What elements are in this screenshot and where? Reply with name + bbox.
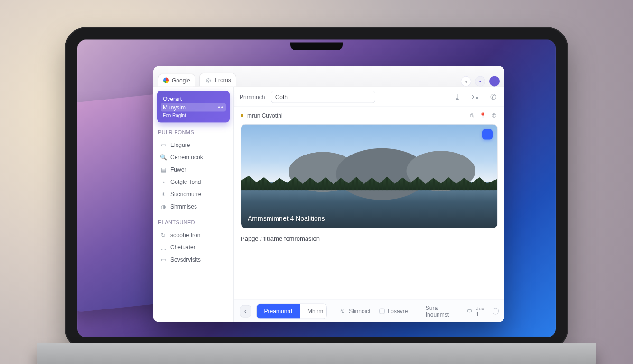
- sidebar-item-label: Fuwer: [170, 166, 186, 173]
- sidebar-item-label: Chetuater: [170, 244, 195, 251]
- footer-item-label: Slinnoict: [349, 308, 370, 314]
- sidebar-item-side-a-2[interactable]: ▤Fuwer: [157, 164, 230, 176]
- sidebar-item-icon: ☀: [160, 191, 167, 198]
- tab-google[interactable]: Google: [158, 74, 195, 87]
- laptop-frame: Google ◎ Froms × • ⋯ Primninch: [65, 27, 568, 350]
- page-title: Papge / fltrame fomromasion: [241, 235, 498, 242]
- sidebar-item-label: Sucriomurre: [170, 191, 201, 198]
- footer-right-0[interactable]: 🗨Juv 1: [466, 305, 488, 317]
- checkbox-icon: [379, 308, 385, 314]
- content-subheader-label: mrun Cuvottnl: [247, 112, 283, 119]
- footer-item-label: Losavre: [388, 308, 408, 314]
- globe-icon: ◎: [205, 76, 212, 84]
- sidebar-item-side-b-2[interactable]: ▭Sovsdrvisits: [157, 254, 230, 266]
- sidebar-item-label: Sovsdrvisits: [170, 256, 201, 263]
- footer-tab-0[interactable]: Preamunrd: [257, 304, 300, 318]
- key-icon: 🗝: [471, 93, 479, 100]
- window-close-button[interactable]: ×: [461, 76, 471, 87]
- sidebar-item-side-a-0[interactable]: ▭Elogure: [157, 139, 230, 151]
- tab-forms[interactable]: ◎ Froms: [199, 73, 236, 87]
- footer-right-label: Juv 1: [476, 305, 488, 317]
- tab-label: Google: [172, 77, 190, 84]
- app-window: Google ◎ Froms × • ⋯ Primninch: [153, 66, 504, 322]
- footer-tabs: PreamunrdMhirm: [256, 303, 327, 318]
- footer-item-label: Sura Inounmst: [426, 304, 456, 318]
- bookmark-icon[interactable]: ⎙: [467, 112, 475, 119]
- footer-back-button[interactable]: ‹: [240, 305, 251, 317]
- sidebar-item-side-a-5[interactable]: ◑Shmmises: [157, 200, 230, 213]
- footer-item-2[interactable]: ≣Sura Inounmst: [416, 304, 456, 318]
- hero-caption: Ammsmimnet 4 Noalitions: [248, 215, 325, 222]
- sidebar-item-icon: ▭: [160, 142, 167, 148]
- sidebar-item-label: Cerrem ocok: [170, 154, 203, 161]
- hero-image: Ammsmimnet 4 Noalitions: [241, 124, 498, 228]
- comment-icon: 🗨: [466, 307, 473, 315]
- sidebar-item-icon: ▭: [160, 256, 167, 263]
- main-content: mrun Cuvottnl ⎙ 📍 ✆ Ammsmimnet 4 Noaliti…: [234, 107, 504, 300]
- footer-tab-1[interactable]: Mhirm: [300, 304, 327, 318]
- hero-flag-badge[interactable]: [482, 129, 493, 140]
- footer-item-0[interactable]: ↯Slinnoict: [338, 304, 370, 318]
- sidebar-item-icon: ▤: [160, 166, 167, 173]
- sidebar-primary-label: Fon Ragint: [163, 113, 186, 118]
- sidebar-section-b-title: Elantsuned: [158, 219, 229, 225]
- sidebar-item-label: sopohe fron: [170, 232, 200, 238]
- sidebar-item-icon: ⌁: [160, 179, 167, 185]
- sidebar: OverartMunysim••Fon Ragint Pulr Fonms ▭E…: [153, 87, 234, 322]
- footer-bar: ‹ PreamunrdMhirm ↯SlinnoictLosavre≣Sura …: [234, 300, 504, 322]
- window-menu-button[interactable]: •: [475, 76, 485, 87]
- sidebar-primary-label: Munysim: [163, 104, 186, 111]
- phone-icon: ✆: [489, 93, 497, 100]
- toolbar-field-label: Primninch: [240, 93, 267, 100]
- laptop-notch: [290, 43, 343, 50]
- sidebar-item-label: Gotgle Tond: [170, 179, 201, 185]
- sidebar-item-icon: ⛶: [160, 244, 167, 251]
- sidebar-primary-card: OverartMunysim••Fon Ragint: [157, 91, 230, 123]
- call-icon[interactable]: ✆: [490, 112, 498, 119]
- sidebar-item-label: Elogure: [170, 142, 190, 148]
- sidebar-primary-0[interactable]: Overart: [161, 95, 226, 103]
- sidebar-primary-2[interactable]: Fon Ragint: [161, 112, 226, 119]
- footer-target-icon[interactable]: [493, 308, 499, 314]
- sidebar-section-a-title: Pulr Fonms: [158, 129, 229, 135]
- toolbar-download-icon[interactable]: ⤓: [451, 93, 463, 100]
- chevron-right-icon: ••: [218, 104, 224, 111]
- sidebar-item-label: Shmmises: [170, 203, 197, 210]
- download-icon: ⤓: [453, 93, 461, 100]
- sidebar-primary-1[interactable]: Munysim••: [161, 103, 226, 112]
- google-favicon-icon: [163, 78, 169, 83]
- browser-tabbar: Google ◎ Froms × • ⋯: [153, 66, 504, 87]
- primary-text-input[interactable]: [271, 91, 375, 103]
- sidebar-item-icon: 🔍: [160, 154, 167, 161]
- tab-label: Froms: [215, 77, 231, 83]
- sidebar-item-side-a-3[interactable]: ⌁Gotgle Tond: [157, 176, 230, 188]
- status-dot-icon: [241, 114, 243, 117]
- sidebar-item-side-b-1[interactable]: ⛶Chetuater: [157, 241, 230, 254]
- laptop-base: [37, 343, 596, 364]
- sidebar-item-side-a-1[interactable]: 🔍Cerrem ocok: [157, 151, 230, 164]
- footer-item-icon: ≣: [416, 307, 422, 315]
- footer-item-1[interactable]: Losavre: [379, 304, 408, 318]
- toolbar-key-icon[interactable]: 🗝: [469, 93, 481, 100]
- sidebar-primary-label: Overart: [163, 96, 182, 102]
- sidebar-item-icon: ◑: [160, 203, 167, 210]
- window-more-button[interactable]: ⋯: [489, 76, 500, 87]
- sidebar-item-icon: ↻: [160, 232, 167, 238]
- toolbar: Primninch ⤓🗝✆: [234, 87, 504, 107]
- toolbar-phone-icon[interactable]: ✆: [487, 93, 499, 100]
- pin-icon[interactable]: 📍: [479, 112, 486, 119]
- footer-item-icon: ↯: [338, 307, 346, 315]
- screen-wallpaper: Google ◎ Froms × • ⋯ Primninch: [77, 40, 556, 337]
- sidebar-item-side-a-4[interactable]: ☀Sucriomurre: [157, 188, 230, 200]
- content-subheader: mrun Cuvottnl ⎙ 📍 ✆: [241, 112, 498, 119]
- sidebar-item-side-b-0[interactable]: ↻sopohe fron: [157, 229, 230, 241]
